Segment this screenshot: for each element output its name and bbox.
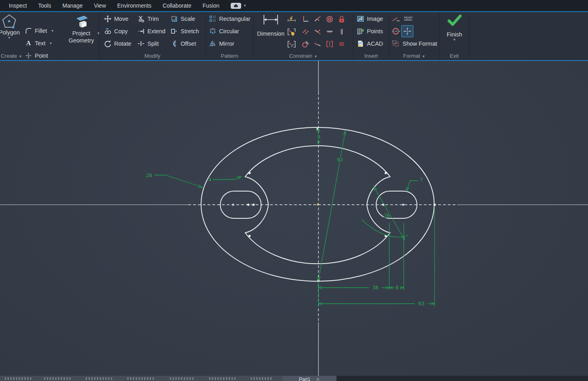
perpendicular-constraint-button[interactable]: [302, 16, 309, 23]
statusbar-clipped-text: [44, 377, 72, 380]
project-geometry-button[interactable]: Project Geometry ▼: [64, 14, 99, 44]
rotate-button[interactable]: Rotate: [104, 40, 131, 47]
origin-axes[interactable]: [0, 61, 588, 376]
panel-label-constrain[interactable]: Constrain▼: [254, 53, 353, 59]
constraint-inference-button[interactable]: [287, 28, 296, 36]
dim-9: 9: [317, 134, 320, 140]
sketch-canvas[interactable]: 9 82 28 4 7 26 38 8 63: [0, 61, 588, 376]
tangent-constraint-button[interactable]: [314, 16, 321, 23]
copy-label: Copy: [114, 28, 128, 34]
image-button[interactable]: Image: [357, 15, 383, 22]
offset-button[interactable]: Offset: [171, 40, 196, 47]
menu-view[interactable]: View: [88, 0, 111, 11]
panel-label-insert[interactable]: Insert: [353, 53, 389, 59]
panel-label-exit[interactable]: Exit: [439, 53, 469, 59]
parallel-constraint-icon: [302, 28, 309, 35]
coincident-constraint-button[interactable]: [287, 16, 296, 23]
move-label: Move: [114, 16, 128, 22]
menu-collaborate[interactable]: Collaborate: [157, 0, 197, 11]
menu-manage[interactable]: Manage: [57, 0, 89, 11]
split-button[interactable]: Split: [137, 40, 159, 47]
symmetric-constraint-icon: [326, 40, 333, 48]
move-button[interactable]: Move: [104, 15, 128, 22]
equal-constraint-button[interactable]: [338, 40, 345, 48]
circular-pattern-button[interactable]: Circular: [209, 28, 239, 35]
show-constraints-button[interactable]: [287, 40, 296, 48]
stretch-button[interactable]: Stretch: [171, 28, 199, 35]
finish-dropdown-icon: ▼: [453, 38, 456, 42]
copy-icon: [104, 28, 111, 35]
cloud-dropdown-icon[interactable]: ▼: [243, 4, 247, 8]
panel-pattern: Rectangular Circular Mirror Pattern: [206, 12, 254, 60]
parallel-constraint-button[interactable]: [302, 28, 309, 35]
scale-icon: [171, 15, 178, 22]
dim-63: 63: [418, 300, 424, 306]
image-label: Image: [367, 16, 383, 22]
driven-dimension-button[interactable]: H(x)H: [403, 15, 413, 22]
document-tab-part1[interactable]: Part1 ✕: [282, 376, 336, 381]
menu-fusion[interactable]: Fusion: [197, 0, 225, 11]
construction-icon: [392, 16, 401, 22]
mirror-button[interactable]: Mirror: [209, 40, 234, 47]
circular-pattern-label: Circular: [219, 28, 239, 34]
rectangular-pattern-button[interactable]: Rectangular: [209, 15, 250, 22]
driven-dimension-icon: H(x)H: [403, 15, 413, 22]
panel-label-pattern[interactable]: Pattern: [206, 53, 253, 59]
collinear-constraint-button[interactable]: [314, 28, 321, 35]
polygon-button[interactable]: Polygon ▼: [0, 13, 25, 40]
stretch-icon: [171, 28, 178, 35]
menu-tools[interactable]: Tools: [32, 0, 57, 11]
tab-bar-empty-area: [336, 376, 588, 381]
horizontal-constraint-button[interactable]: [326, 28, 333, 35]
collinear-constraint-icon: [314, 28, 321, 35]
vertical-constraint-button[interactable]: [338, 28, 345, 35]
centerline-icon: [392, 27, 401, 35]
points-icon: [357, 28, 364, 35]
dimension-labels[interactable]: 9 82 28 4 7 26 38 8 63: [146, 134, 424, 306]
tab-close-icon[interactable]: ✕: [316, 376, 320, 381]
dimension-button[interactable]: Dimension: [256, 14, 285, 37]
fillet-label: Fillet: [35, 28, 47, 34]
acad-button[interactable]: ACAD: [357, 40, 383, 47]
construction-button[interactable]: [392, 16, 401, 22]
text-button[interactable]: A Text ▼: [25, 40, 52, 47]
trim-button[interactable]: Trim: [137, 15, 159, 22]
image-icon: [357, 15, 364, 22]
rotate-label: Rotate: [114, 40, 131, 47]
menu-environments[interactable]: Environments: [112, 0, 157, 11]
panel-label-format[interactable]: Format▼: [389, 53, 439, 59]
points-button[interactable]: Points: [357, 28, 383, 35]
panel-exit: Finish ▼ Exit: [439, 12, 469, 60]
panel-modify: Move Copy Rotate Trim: [99, 12, 206, 60]
concentric-constraint-button[interactable]: [326, 16, 333, 23]
panel-constrain: Dimension: [254, 12, 353, 60]
smooth-constraint-icon: [314, 40, 321, 48]
copy-button[interactable]: Copy: [104, 28, 128, 35]
stretch-label: Stretch: [181, 28, 199, 34]
show-constraints-icon: [287, 40, 296, 48]
offset-icon: [171, 40, 178, 47]
menu-inspect[interactable]: Inspect: [3, 0, 32, 11]
smooth-constraint-button[interactable]: [314, 40, 321, 48]
acad-icon: [357, 40, 364, 47]
left-slot[interactable]: [220, 191, 261, 218]
center-point-button[interactable]: [401, 25, 413, 37]
cloud-icon[interactable]: [231, 3, 241, 9]
panel-label-create[interactable]: Create▼: [1, 53, 99, 59]
menu-bar: Inspect Tools Manage View Environments C…: [0, 0, 588, 12]
points-label: Points: [367, 28, 383, 34]
tangent-circle-constraint-button[interactable]: [302, 40, 309, 48]
centerline-button[interactable]: [392, 27, 401, 35]
scale-button[interactable]: Scale: [171, 15, 195, 22]
extend-button[interactable]: Extend: [137, 28, 165, 35]
show-format-button[interactable]: Show Format: [392, 40, 437, 48]
dim-38: 38: [372, 284, 378, 290]
panel-label-modify[interactable]: Modify: [99, 53, 205, 59]
fillet-button[interactable]: Fillet ▼: [25, 27, 54, 34]
symmetric-constraint-button[interactable]: [326, 40, 333, 48]
polygon-icon: [1, 13, 17, 29]
lock-constraint-button[interactable]: [338, 16, 345, 23]
finish-sketch-button[interactable]: Finish ▼: [439, 14, 469, 42]
sketch-svg: 9 82 28 4 7 26 38 8 63: [0, 61, 588, 376]
svg-text:H(x)H: H(x)H: [404, 16, 413, 19]
